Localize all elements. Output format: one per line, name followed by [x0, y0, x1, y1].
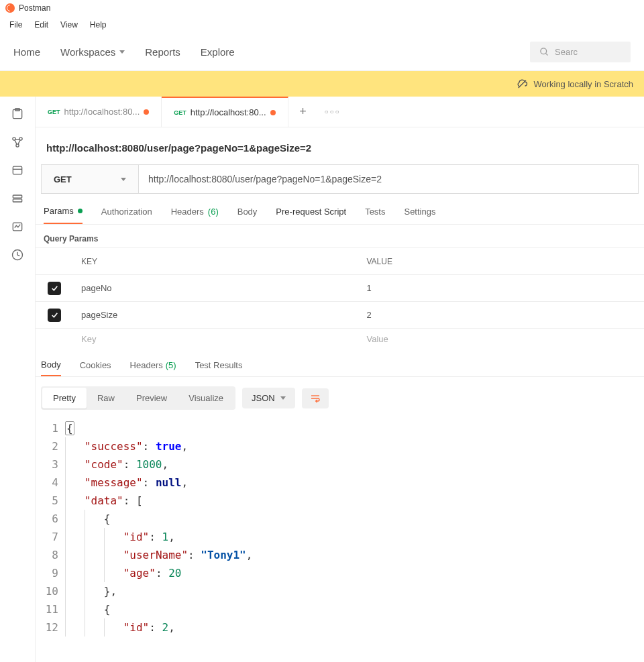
table-header-row: KEY VALUE: [36, 248, 644, 275]
menu-help[interactable]: Help: [85, 17, 112, 32]
nav-home[interactable]: Home: [13, 46, 40, 58]
svg-rect-14: [13, 199, 21, 202]
svg-line-9: [15, 140, 17, 145]
url-input[interactable]: http://localhost:8080/user/page?pageNo=1…: [138, 165, 638, 193]
param-key[interactable]: pageNo: [73, 283, 359, 293]
view-visualize[interactable]: Visualize: [178, 388, 234, 408]
code-content[interactable]: { "success": true, "code": 1000, "messag…: [65, 419, 644, 637]
checkbox-checked[interactable]: [48, 309, 61, 322]
param-value-placeholder[interactable]: Value: [359, 334, 645, 344]
search-icon: [539, 47, 549, 57]
mock-servers-icon[interactable]: [11, 192, 24, 205]
tab-method: GET: [48, 109, 60, 115]
request-tab[interactable]: GET http://localhost:80...: [36, 97, 162, 127]
svg-rect-13: [13, 195, 21, 198]
method-label: GET: [54, 174, 72, 184]
svg-rect-11: [13, 166, 21, 174]
response-tabs: Body Cookies Headers (5) Test Results: [36, 349, 644, 377]
col-key: KEY: [73, 257, 359, 266]
apis-icon[interactable]: [11, 135, 24, 149]
svg-point-0: [541, 48, 547, 54]
left-rail: [0, 97, 35, 662]
postman-app-icon: [5, 3, 15, 13]
window-titlebar: Postman: [0, 0, 644, 16]
menu-view[interactable]: View: [55, 17, 83, 32]
tab-label: http://localhost:80...: [191, 107, 266, 117]
tab-body[interactable]: Body: [237, 206, 258, 224]
active-indicator-dot: [78, 209, 83, 213]
nav-workspaces-label: Workspaces: [60, 46, 115, 58]
window-title: Postman: [19, 3, 50, 13]
environments-icon[interactable]: [11, 164, 24, 177]
banner-text: Working locally in Scratch: [533, 79, 633, 89]
request-tab-active[interactable]: GET http://localhost:80...: [162, 97, 288, 127]
view-mode-group: Pretty Raw Preview Visualize: [41, 386, 235, 410]
menubar: File Edit View Help: [0, 16, 644, 34]
status-banner: Working locally in Scratch: [0, 71, 644, 97]
url-row: GET http://localhost:8080/user/page?page…: [41, 164, 639, 194]
search-placeholder: Searc: [555, 47, 578, 57]
tab-overflow-button[interactable]: ○○○: [318, 108, 347, 115]
params-table: KEY VALUE pageNo 1 pageSize 2 Key Value: [36, 247, 644, 349]
tab-settings[interactable]: Settings: [404, 206, 435, 224]
format-select[interactable]: JSON: [242, 388, 295, 408]
resp-tab-cookies[interactable]: Cookies: [80, 360, 111, 376]
nav-workspaces[interactable]: Workspaces: [60, 46, 125, 58]
add-tab-button[interactable]: +: [288, 105, 318, 119]
request-title: http://localhost:8080/user/page?pageNo=1…: [36, 127, 644, 162]
param-key[interactable]: pageSize: [73, 310, 359, 320]
nav-reports[interactable]: Reports: [145, 46, 180, 58]
unsaved-dot: [270, 110, 276, 115]
response-toolbar: Pretty Raw Preview Visualize JSON: [36, 377, 644, 419]
top-nav: Home Workspaces Reports Explore Searc: [0, 34, 644, 71]
table-row-placeholder[interactable]: Key Value: [36, 329, 644, 349]
response-body[interactable]: 123456789101112 { "success": true, "code…: [36, 419, 644, 637]
param-value[interactable]: 1: [359, 283, 645, 293]
resp-tab-testresults[interactable]: Test Results: [195, 360, 243, 376]
resp-tab-headers[interactable]: Headers (5): [130, 360, 176, 376]
checkbox-checked[interactable]: [48, 282, 61, 295]
cloud-off-icon: [516, 78, 528, 90]
resp-tab-body[interactable]: Body: [41, 360, 61, 376]
view-pretty[interactable]: Pretty: [42, 388, 87, 408]
line-gutter: 123456789101112: [41, 419, 65, 637]
history-icon[interactable]: [11, 248, 24, 262]
view-preview[interactable]: Preview: [125, 388, 178, 408]
table-row[interactable]: pageSize 2: [36, 302, 644, 329]
menu-edit[interactable]: Edit: [29, 17, 54, 32]
param-value[interactable]: 2: [359, 310, 645, 320]
method-select[interactable]: GET: [42, 165, 138, 193]
monitors-icon[interactable]: [11, 220, 24, 233]
request-tabs: GET http://localhost:80... GET http://lo…: [36, 97, 644, 127]
col-value: VALUE: [359, 257, 645, 266]
param-key-placeholder[interactable]: Key: [73, 334, 359, 344]
chevron-down-icon: [119, 50, 125, 54]
svg-line-10: [18, 140, 20, 145]
menu-file[interactable]: File: [4, 17, 28, 32]
nav-explore[interactable]: Explore: [201, 46, 235, 58]
view-raw[interactable]: Raw: [87, 388, 125, 408]
svg-line-1: [545, 53, 547, 55]
tab-label: http://localhost:80...: [64, 107, 140, 117]
search-input[interactable]: Searc: [530, 42, 631, 62]
tab-tests[interactable]: Tests: [365, 206, 385, 224]
tab-headers[interactable]: Headers (6): [171, 206, 219, 224]
chevron-down-icon: [280, 396, 286, 400]
unsaved-dot: [144, 109, 149, 115]
wrap-lines-button[interactable]: [302, 388, 329, 408]
table-row[interactable]: pageNo 1: [36, 275, 644, 302]
tab-authorization[interactable]: Authorization: [101, 206, 152, 224]
query-params-label: Query Params: [36, 225, 644, 247]
request-subtabs: Params Authorization Headers (6) Body Pr…: [36, 194, 644, 225]
tab-prerequest[interactable]: Pre-request Script: [276, 206, 346, 224]
collections-icon[interactable]: [11, 107, 24, 121]
tab-method: GET: [174, 109, 186, 116]
tab-params[interactable]: Params: [44, 206, 83, 224]
chevron-down-icon: [121, 178, 126, 181]
